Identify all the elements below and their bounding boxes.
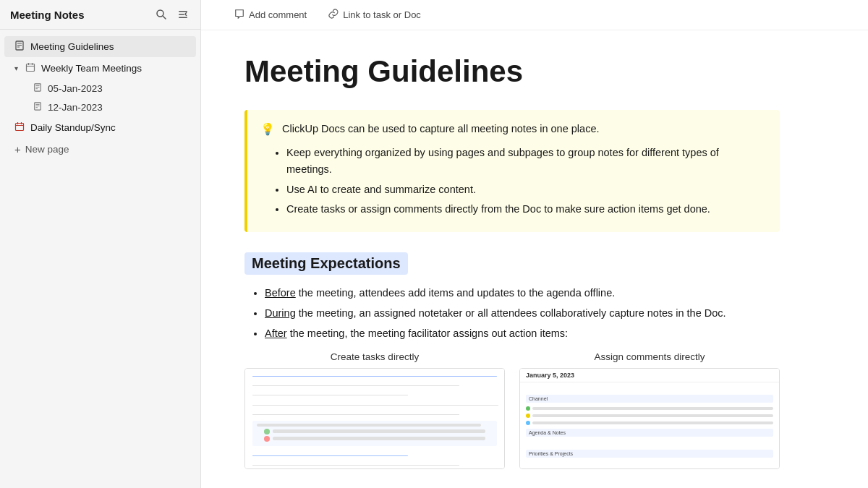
img-sim-dot-1: [264, 429, 270, 435]
plus-icon: +: [14, 143, 21, 155]
after-text: the meeting, the meeting facilitator ass…: [287, 328, 568, 339]
image-col-right: Assign comments directly January 5, 2023…: [519, 351, 780, 469]
sidebar-title: Meeting Notes: [10, 9, 85, 21]
callout-list: Keep everything organized by using pages…: [260, 145, 767, 218]
callout-bullet-2: Use AI to create and summarize content.: [286, 181, 767, 198]
doc-title: Meeting Guidelines: [244, 53, 780, 90]
section-heading-meeting-expectations: Meeting Expectations: [244, 252, 408, 275]
before-text: the meeting, attendees add items and upd…: [296, 287, 616, 299]
svg-rect-9: [27, 64, 35, 72]
before-label: Before: [265, 287, 296, 299]
after-label: After: [265, 328, 287, 339]
add-comment-label: Add comment: [249, 9, 307, 20]
doc-body: Meeting Guidelines 💡 ClickUp Docs can be…: [201, 30, 823, 488]
img-sim-row-2: [264, 436, 485, 442]
doc-toolbar: Add comment Link to task or Doc: [201, 0, 868, 30]
img-cal-section-3: Priorities & Projects: [526, 450, 773, 458]
sidebar-item-label-jan5: 05-Jan-2023: [48, 83, 103, 94]
callout-header: 💡 ClickUp Docs can be used to capture al…: [260, 121, 767, 137]
img-sim-bar-2: [252, 385, 459, 386]
image-right-caption: Assign comments directly: [594, 351, 705, 362]
sidebar-item-meeting-guidelines[interactable]: Meeting Guidelines: [4, 36, 196, 57]
link-task-button[interactable]: Link to task or Doc: [324, 7, 425, 23]
img-sim-bar-3: [252, 395, 408, 395]
sidebar-item-jan12[interactable]: 12-Jan-2023: [4, 98, 196, 116]
add-comment-button[interactable]: Add comment: [230, 7, 311, 23]
img-sim-inner-bar: [257, 424, 481, 427]
lightbulb-icon: 💡: [260, 122, 275, 136]
svg-line-1: [163, 17, 166, 20]
link-task-label: Link to task or Doc: [343, 9, 421, 20]
img-sim-line-1: [273, 429, 485, 433]
collapse-icon: [177, 9, 189, 20]
img-cal-line-3: [532, 421, 773, 424]
sidebar-header: Meeting Notes: [0, 0, 200, 30]
img-sim-line-2: [273, 437, 485, 440]
link-icon: [328, 9, 339, 21]
img-cal-row-3: [526, 421, 773, 425]
img-sim-bar-4: [252, 405, 498, 406]
img-cal-dot-3: [526, 421, 530, 425]
sidebar-item-label-jan12: 12-Jan-2023: [48, 102, 103, 113]
img-sim-dot-2: [264, 436, 270, 442]
image-left-caption: Create tasks directly: [331, 351, 419, 362]
svg-rect-2: [179, 11, 187, 12]
callout-block: 💡 ClickUp Docs can be used to capture al…: [244, 110, 780, 232]
img-cal-row-1: [526, 406, 773, 411]
image-placeholder-right: January 5, 2023 Channel: [519, 368, 780, 469]
during-label: During: [265, 307, 296, 319]
img-cal-section-1: Channel: [526, 395, 773, 403]
img-sim-bar-5: [252, 414, 459, 415]
chevron-down-icon: ▾: [14, 64, 18, 72]
img-cal-dot-1: [526, 406, 530, 411]
svg-rect-21: [16, 124, 24, 131]
expectation-during: During the meeting, an assigned notetake…: [265, 305, 780, 322]
during-text: the meeting, an assigned notetaker or al…: [296, 307, 726, 319]
img-sim-row-1: [264, 429, 485, 435]
callout-bullet-1: Keep everything organized by using pages…: [286, 145, 767, 178]
img-sim-left: [245, 369, 504, 468]
sidebar-item-label-meeting-guidelines: Meeting Guidelines: [30, 41, 114, 52]
sidebar: Meeting Notes: [0, 0, 201, 488]
img-calendar: January 5, 2023 Channel: [520, 369, 779, 468]
calendar-icon: [25, 62, 35, 74]
document-icon: [14, 40, 25, 53]
sidebar-item-label-weekly: Weekly Team Meetings: [41, 63, 142, 74]
expectations-list: Before the meeting, attendees add items …: [244, 285, 780, 343]
image-placeholder-left: [244, 368, 505, 469]
img-sim-bar-1: [252, 376, 497, 377]
section-heading-wrap: Meeting Expectations: [244, 252, 780, 275]
comment-icon: [234, 9, 244, 21]
img-cal-dot-2: [526, 414, 530, 418]
callout-bullet-3: Create tasks or assign comments directly…: [286, 201, 767, 218]
document-icon-small2: [33, 102, 42, 113]
svg-rect-4: [179, 17, 187, 19]
callout-intro: ClickUp Docs can be used to capture all …: [282, 121, 599, 137]
sidebar-item-jan5[interactable]: 05-Jan-2023: [4, 80, 196, 98]
img-cal-line-1: [532, 407, 773, 410]
img-cal-header: January 5, 2023: [520, 369, 779, 382]
img-cal-line-2: [532, 414, 773, 417]
expectation-after: After the meeting, the meeting facilitat…: [265, 325, 780, 343]
img-sim-bar-7: [252, 465, 459, 466]
img-sim-bar-6: [252, 455, 408, 456]
svg-rect-3: [179, 14, 184, 15]
new-page-button[interactable]: + New page: [4, 139, 196, 160]
search-icon: [156, 9, 167, 20]
sidebar-header-icons: [154, 7, 190, 22]
sidebar-item-label-daily: Daily Standup/Sync: [30, 122, 116, 133]
new-page-label: New page: [25, 144, 69, 155]
search-button[interactable]: [154, 7, 169, 22]
main-content: Add comment Link to task or Doc Meeting …: [201, 0, 868, 488]
expectation-before: Before the meeting, attendees add items …: [265, 285, 780, 302]
image-row: Create tasks directly: [244, 351, 780, 469]
img-cal-section-2: Agenda & Notes: [526, 429, 773, 437]
document-icon-small: [33, 83, 42, 94]
collapse-sidebar-button[interactable]: [176, 7, 190, 22]
image-col-left: Create tasks directly: [244, 351, 505, 469]
img-sim-section-1: [252, 421, 497, 446]
svg-point-0: [157, 10, 163, 17]
calendar-icon-standup: [14, 121, 25, 134]
sidebar-item-weekly-team-meetings[interactable]: ▾ Weekly Team Meetings: [4, 58, 196, 79]
sidebar-item-daily-standup[interactable]: Daily Standup/Sync: [4, 117, 196, 138]
